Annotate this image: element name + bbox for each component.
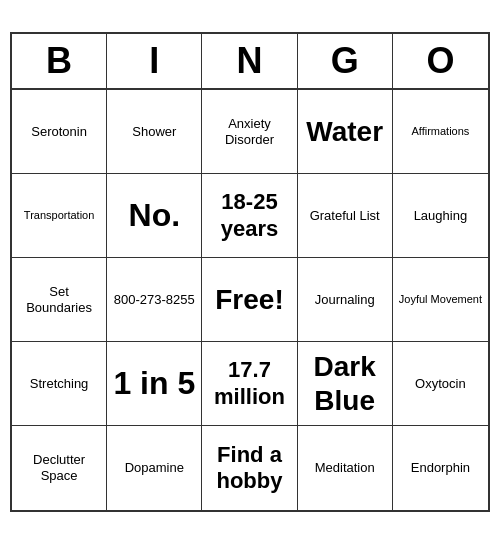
bingo-cell: Find a hobby (202, 426, 297, 510)
bingo-cell: Anxiety Disorder (202, 90, 297, 174)
header-letter: I (107, 34, 202, 88)
bingo-cell: Laughing (393, 174, 488, 258)
bingo-cell: Free! (202, 258, 297, 342)
header-letter: B (12, 34, 107, 88)
bingo-cell: Serotonin (12, 90, 107, 174)
bingo-cell: Journaling (298, 258, 393, 342)
bingo-cell: Oxytocin (393, 342, 488, 426)
bingo-cell: Set Boundaries (12, 258, 107, 342)
bingo-cell: 800-273-8255 (107, 258, 202, 342)
bingo-cell: Declutter Space (12, 426, 107, 510)
bingo-cell: Water (298, 90, 393, 174)
bingo-cell: No. (107, 174, 202, 258)
bingo-cell: Shower (107, 90, 202, 174)
bingo-cell: Endorphin (393, 426, 488, 510)
bingo-cell: Dopamine (107, 426, 202, 510)
bingo-cell: Grateful List (298, 174, 393, 258)
bingo-cell: Meditation (298, 426, 393, 510)
bingo-grid: SerotoninShowerAnxiety DisorderWaterAffi… (12, 90, 488, 510)
bingo-cell: 1 in 5 (107, 342, 202, 426)
bingo-cell: 18-25 years (202, 174, 297, 258)
bingo-cell: 17.7 million (202, 342, 297, 426)
header-letter: N (202, 34, 297, 88)
bingo-cell: Stretching (12, 342, 107, 426)
bingo-card: BINGO SerotoninShowerAnxiety DisorderWat… (10, 32, 490, 512)
bingo-cell: Joyful Movement (393, 258, 488, 342)
header-letter: G (298, 34, 393, 88)
bingo-cell: Dark Blue (298, 342, 393, 426)
bingo-header: BINGO (12, 34, 488, 90)
header-letter: O (393, 34, 488, 88)
bingo-cell: Affirmations (393, 90, 488, 174)
bingo-cell: Transportation (12, 174, 107, 258)
